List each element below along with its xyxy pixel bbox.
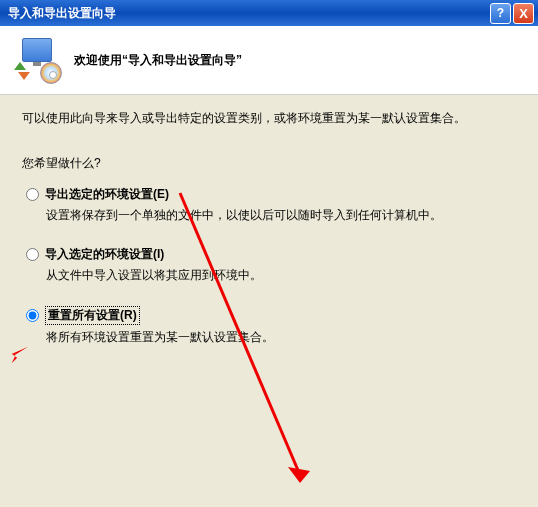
window-title: 导入和导出设置向导 [4,5,488,22]
svg-marker-1 [288,467,310,483]
wizard-header: 欢迎使用“导入和导出设置向导” [0,26,538,95]
intro-text: 可以使用此向导来导入或导出特定的设置类别，或将环境重置为某一默认设置集合。 [22,109,516,127]
title-bar: 导入和导出设置向导 ? X [0,0,538,26]
help-button[interactable]: ? [490,3,511,24]
help-icon: ? [497,6,504,20]
option-export-desc: 设置将保存到一个单独的文件中，以使以后可以随时导入到任何计算机中。 [46,207,516,224]
wizard-icon [16,38,60,82]
option-import: 导入选定的环境设置(I) 从文件中导入设置以将其应用到环境中。 [22,246,516,284]
option-reset-label: 重置所有设置(R) [45,306,140,325]
wizard-body: 可以使用此向导来导入或导出特定的设置类别，或将环境重置为某一默认设置集合。 您希… [0,95,538,507]
close-button[interactable]: X [513,3,534,24]
option-import-radio[interactable] [26,248,39,261]
close-icon: X [519,6,528,21]
annotation-arrow-icon [8,343,30,365]
option-import-radio-row[interactable]: 导入选定的环境设置(I) [26,246,516,263]
prompt-text: 您希望做什么? [22,155,516,172]
option-import-label: 导入选定的环境设置(I) [45,246,164,263]
option-export-radio[interactable] [26,188,39,201]
option-export-radio-row[interactable]: 导出选定的环境设置(E) [26,186,516,203]
wizard-heading: 欢迎使用“导入和导出设置向导” [74,52,242,69]
option-reset-desc: 将所有环境设置重置为某一默认设置集合。 [46,329,516,346]
option-import-desc: 从文件中导入设置以将其应用到环境中。 [46,267,516,284]
option-reset-radio[interactable] [26,309,39,322]
option-export-label: 导出选定的环境设置(E) [45,186,169,203]
option-export: 导出选定的环境设置(E) 设置将保存到一个单独的文件中，以使以后可以随时导入到任… [22,186,516,224]
option-reset: 重置所有设置(R) 将所有环境设置重置为某一默认设置集合。 [22,306,516,346]
option-reset-radio-row[interactable]: 重置所有设置(R) [26,306,516,325]
